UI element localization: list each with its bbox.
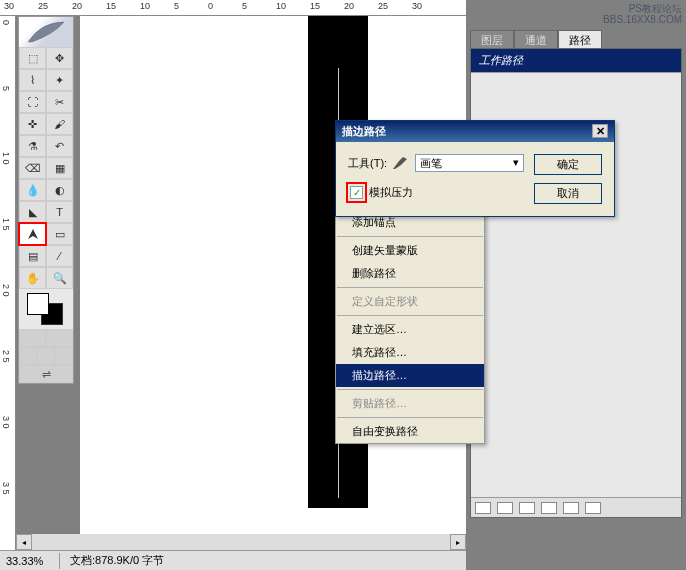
tab-channels[interactable]: 通道	[514, 30, 558, 50]
stroke-path-dialog: 描边路径 ✕ 工具(T): 画笔 ▾ ✓ 模拟压力 确定	[335, 120, 615, 217]
menu-delete-path[interactable]: 删除路径	[336, 262, 484, 285]
app-logo	[19, 17, 73, 47]
eraser-tool[interactable]: ⌫	[19, 157, 46, 179]
dialog-title-text: 描边路径	[342, 124, 386, 139]
dodge-tool[interactable]: ◐	[46, 179, 73, 201]
tab-layers[interactable]: 图层	[470, 30, 514, 50]
scroll-right-icon[interactable]: ▸	[450, 534, 466, 550]
healing-tool[interactable]: ✜	[19, 113, 46, 135]
marquee-tool[interactable]: ⬚	[19, 47, 46, 69]
menu-define-custom-shape: 定义自定形状	[336, 290, 484, 313]
document-info[interactable]: 文档:878.9K/0 字节	[60, 551, 174, 570]
tool-value: 画笔	[420, 156, 442, 170]
blur-tool[interactable]: 💧	[19, 179, 46, 201]
menu-free-transform-path[interactable]: 自由变换路径	[336, 420, 484, 443]
context-menu: 添加锚点 创建矢量蒙版 删除路径 定义自定形状 建立选区… 填充路径… 描边路径…	[335, 210, 485, 444]
zoom-level[interactable]: 33.33%	[0, 553, 60, 569]
color-swatches[interactable]	[19, 289, 73, 329]
checkbox-highlight: ✓	[348, 184, 365, 201]
zoom-tool[interactable]: 🔍	[46, 267, 73, 289]
screen-mode-2[interactable]	[37, 347, 55, 365]
panel-footer	[471, 497, 681, 517]
simulate-pressure-checkbox[interactable]: ✓	[350, 186, 363, 199]
close-icon[interactable]: ✕	[592, 124, 608, 138]
gradient-tool[interactable]: ▦	[46, 157, 73, 179]
panel-tabs: 图层 通道 路径	[470, 30, 602, 50]
hand-tool[interactable]: ✋	[19, 267, 46, 289]
cancel-button[interactable]: 取消	[534, 183, 602, 204]
status-bar: 33.33% 文档:878.9K/0 字节	[0, 550, 466, 570]
chevron-down-icon: ▾	[513, 156, 519, 170]
screen-mode-3[interactable]	[55, 347, 73, 365]
paths-panel: 工作路径	[470, 48, 682, 518]
brush-icon	[391, 155, 411, 171]
pen-tool[interactable]	[19, 223, 46, 245]
slice-tool[interactable]: ✂	[46, 91, 73, 113]
work-path-item[interactable]: 工作路径	[471, 49, 681, 73]
quickmask-mode[interactable]	[46, 329, 73, 347]
standard-mode[interactable]	[19, 329, 46, 347]
toolbox: ⬚ ✥ ⌇ ✦ ⛶ ✂ ✜ 🖌 ⚗ ↶ ⌫ ▦ 💧 ◐ ◣ T ▭ ▤ ⁄ ✋ …	[18, 16, 74, 384]
tool-label: 工具(T):	[348, 156, 387, 171]
menu-stroke-path[interactable]: 描边路径…	[336, 364, 484, 387]
right-panel-area: PS教程论坛 BBS.16XX8.COM 图层 通道 路径 工作路径	[466, 0, 686, 570]
type-tool[interactable]: T	[46, 201, 73, 223]
lasso-tool[interactable]: ⌇	[19, 69, 46, 91]
notes-tool[interactable]: ▤	[19, 245, 46, 267]
ruler-vertical: 0 5 1 0 1 5 2 0 2 5 3 0 3 5	[0, 16, 16, 556]
path-to-selection-icon[interactable]	[519, 502, 535, 514]
ruler-horizontal: 30 25 20 15 10 5 0 5 10 15 20 25 30	[0, 0, 466, 16]
delete-path-icon[interactable]	[585, 502, 601, 514]
wand-tool[interactable]: ✦	[46, 69, 73, 91]
history-brush-tool[interactable]: ↶	[46, 135, 73, 157]
screen-mode-1[interactable]	[19, 347, 37, 365]
brush-tool[interactable]: 🖌	[46, 113, 73, 135]
dialog-titlebar[interactable]: 描边路径 ✕	[336, 121, 614, 142]
ok-button[interactable]: 确定	[534, 154, 602, 175]
menu-make-selection[interactable]: 建立选区…	[336, 318, 484, 341]
menu-create-vector-mask[interactable]: 创建矢量蒙版	[336, 239, 484, 262]
eyedropper-tool[interactable]: ⁄	[46, 245, 73, 267]
horizontal-scrollbar[interactable]: ◂ ▸	[16, 534, 466, 550]
selection-to-path-icon[interactable]	[541, 502, 557, 514]
foreground-color[interactable]	[27, 293, 49, 315]
crop-tool[interactable]: ⛶	[19, 91, 46, 113]
new-path-icon[interactable]	[563, 502, 579, 514]
shape-tool[interactable]: ▭	[46, 223, 73, 245]
tab-paths[interactable]: 路径	[558, 30, 602, 50]
jump-to-imageready[interactable]: ⇌	[19, 365, 73, 383]
move-tool[interactable]: ✥	[46, 47, 73, 69]
menu-fill-path[interactable]: 填充路径…	[336, 341, 484, 364]
scroll-left-icon[interactable]: ◂	[16, 534, 32, 550]
tool-select[interactable]: 画笔 ▾	[415, 154, 524, 172]
stamp-tool[interactable]: ⚗	[19, 135, 46, 157]
fill-path-icon[interactable]	[475, 502, 491, 514]
menu-clip-path: 剪贴路径…	[336, 392, 484, 415]
watermark-2: BBS.16XX8.COM	[603, 14, 682, 25]
stroke-path-icon[interactable]	[497, 502, 513, 514]
path-select-tool[interactable]: ◣	[19, 201, 46, 223]
simulate-pressure-label: 模拟压力	[369, 185, 413, 200]
